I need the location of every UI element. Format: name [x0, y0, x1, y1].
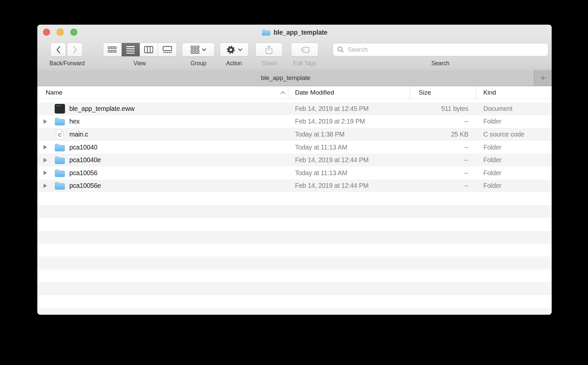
file-date-modified: Today at 11:13 AM — [288, 144, 410, 151]
file-row[interactable]: pca10056 Today at 11:13 AM -- Folder — [37, 167, 552, 180]
column-header-size[interactable]: Size — [410, 86, 476, 99]
file-size: -- — [410, 144, 476, 151]
view-label: View — [134, 60, 146, 67]
group-label: Group — [190, 60, 206, 67]
file-name: hex — [69, 118, 80, 125]
file-name: main.c — [69, 131, 88, 138]
tab-active[interactable]: ble_app_template — [37, 70, 534, 86]
file-size: 25 KB — [410, 131, 476, 138]
chevron-left-icon — [56, 46, 61, 54]
file-size: 511 bytes — [410, 105, 476, 113]
file-icon — [54, 103, 65, 114]
file-row[interactable]: hex Feb 14, 2019 at 2:19 PM -- Folder — [37, 115, 552, 128]
folder-icon — [54, 181, 65, 190]
disclosure-triangle-icon[interactable] — [43, 145, 47, 150]
desktop-background: { "window": { "title": "ble_app_template… — [0, 0, 588, 365]
edit-tags-label: Edit Tags — [293, 60, 316, 67]
file-row[interactable]: pca10040e Feb 14, 2019 at 12:44 PM -- Fo… — [37, 154, 552, 167]
tab-title: ble_app_template — [261, 74, 310, 82]
folder-icon — [54, 117, 65, 126]
file-size: -- — [410, 156, 476, 164]
file-date-modified: Feb 14, 2019 at 2:19 PM — [288, 118, 410, 125]
file-icon — [54, 155, 65, 166]
share-button[interactable] — [255, 43, 283, 57]
file-icon — [54, 168, 65, 178]
sort-ascending-icon — [280, 91, 285, 94]
view-gallery-segment[interactable] — [158, 43, 176, 56]
action-button[interactable] — [220, 43, 249, 57]
column-view-icon — [144, 46, 153, 53]
icon-view-icon — [108, 46, 117, 53]
disclosure-triangle-icon[interactable] — [43, 158, 47, 163]
file-size: -- — [410, 182, 476, 189]
file-row[interactable]: C main.c Today at 1:38 PM 25 KB C source… — [37, 128, 552, 141]
file-kind: Folder — [476, 182, 552, 189]
forward-button[interactable] — [67, 43, 83, 57]
folder-icon — [54, 169, 65, 178]
view-icons-segment[interactable] — [103, 43, 122, 56]
group-button[interactable] — [182, 43, 215, 57]
column-header-kind[interactable]: Kind — [476, 86, 552, 99]
window-chrome: ble_app_template Back/Forward — [37, 25, 552, 70]
search-icon — [337, 46, 344, 53]
disclosure-triangle-icon[interactable] — [43, 119, 47, 124]
title-bar[interactable]: ble_app_template — [37, 25, 552, 40]
file-row[interactable]: ble_app_template.eww Feb 14, 2019 at 12:… — [37, 102, 552, 115]
back-button[interactable] — [50, 43, 66, 57]
tag-icon — [300, 46, 310, 53]
gear-icon — [226, 45, 235, 54]
view-segmented-control — [103, 43, 177, 57]
search-field[interactable] — [333, 43, 548, 56]
file-kind: Folder — [476, 169, 552, 177]
file-date-modified: Today at 11:13 AM — [288, 169, 410, 177]
file-kind: Folder — [476, 144, 552, 151]
finder-window: ble_app_template Back/Forward — [37, 25, 552, 315]
file-size: -- — [410, 118, 476, 125]
folder-icon — [54, 143, 65, 152]
window-title: ble_app_template — [274, 29, 328, 36]
disclosure-triangle-icon[interactable] — [43, 171, 47, 176]
search-label: Search — [431, 60, 449, 67]
file-size: -- — [410, 169, 476, 177]
file-row[interactable]: pca10040 Today at 11:13 AM -- Folder — [37, 141, 552, 154]
file-name: pca10056 — [69, 169, 97, 177]
file-kind: Folder — [476, 118, 552, 125]
folder-icon — [54, 156, 65, 165]
tab-bar: ble_app_template + — [37, 70, 552, 86]
list-view-icon — [126, 46, 135, 54]
gallery-view-icon — [162, 46, 172, 53]
disclosure-triangle-icon[interactable] — [43, 183, 47, 188]
search-input[interactable] — [347, 46, 544, 54]
new-tab-button[interactable]: + — [534, 70, 552, 86]
edit-tags-button[interactable] — [291, 43, 318, 57]
back-forward-label: Back/Forward — [49, 60, 85, 67]
file-date-modified: Feb 14, 2019 at 12:44 PM — [288, 182, 410, 189]
file-name: pca10040 — [69, 144, 97, 151]
file-date-modified: Today at 1:38 PM — [288, 131, 410, 138]
file-name: pca10056e — [69, 182, 101, 189]
group-icon — [191, 46, 199, 54]
file-kind: C source code — [476, 131, 552, 138]
chevron-down-icon — [238, 48, 242, 51]
toolbar: Back/Forward — [37, 40, 552, 69]
action-label: Action — [226, 60, 242, 67]
file-kind: Document — [476, 105, 552, 113]
column-header-row: Name Date Modified Size Kind — [37, 86, 552, 99]
share-label: Share — [261, 60, 277, 67]
chevron-down-icon — [202, 48, 206, 51]
file-icon — [54, 181, 65, 191]
column-header-date-modified[interactable]: Date Modified — [288, 86, 410, 99]
file-kind: Folder — [476, 156, 552, 164]
file-icon — [54, 116, 65, 127]
view-list-segment[interactable] — [122, 43, 140, 56]
file-row[interactable]: pca10056e Feb 14, 2019 at 12:44 PM -- Fo… — [37, 180, 552, 192]
plus-icon: + — [540, 73, 546, 83]
file-date-modified: Feb 14, 2019 at 12:45 PM — [288, 105, 410, 113]
file-icon: C — [54, 129, 65, 140]
view-columns-segment[interactable] — [140, 43, 158, 56]
column-header-name[interactable]: Name — [37, 86, 288, 99]
proxy-folder-icon[interactable] — [262, 29, 271, 36]
file-icon — [54, 142, 65, 153]
file-name: ble_app_template.eww — [69, 105, 134, 113]
c-source-icon: C — [56, 129, 64, 140]
